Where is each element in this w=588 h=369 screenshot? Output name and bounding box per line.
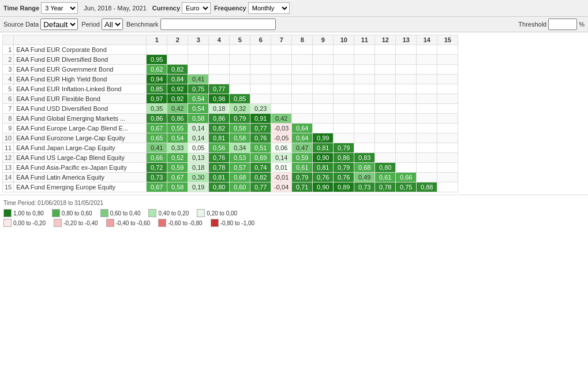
- fund-name: EAA Fund Europe Large-Cap Blend E...: [14, 124, 147, 133]
- toolbar-row1: Time Range 3 Year 1 Year 2 Year 5 Year 1…: [0, 0, 588, 17]
- correlation-cell: [417, 55, 437, 65]
- correlation-cell: [437, 173, 458, 182]
- source-data-select[interactable]: Default: [40, 18, 78, 30]
- correlation-cell: 0,52: [167, 153, 188, 163]
- correlation-cell: 0,58: [230, 133, 250, 143]
- legend-box-2: [52, 209, 60, 217]
- correlation-cell: 0,19: [188, 182, 209, 192]
- correlation-cell: 0,41: [147, 143, 167, 153]
- legend-item-8: -0,40 to -0,60: [106, 219, 150, 227]
- correlation-cell: [250, 84, 271, 94]
- legend-section: Time Period: 01/06/2018 to 31/05/2021 1,…: [0, 195, 588, 233]
- correlation-cell: 0,64: [292, 124, 313, 133]
- correlation-cell: 0,97: [147, 94, 167, 104]
- correlation-cell: [437, 45, 458, 55]
- correlation-cell: [375, 74, 396, 84]
- correlation-cell: [313, 45, 334, 55]
- correlation-cell: 0,77: [250, 124, 271, 133]
- correlation-cell: 0,54: [188, 94, 209, 104]
- correlation-cell: 0,41: [188, 74, 209, 84]
- correlation-cell: 0,75: [396, 182, 417, 192]
- correlation-cell: 0,64: [292, 133, 313, 143]
- correlation-cell: [188, 45, 209, 55]
- period-select[interactable]: All: [102, 18, 123, 30]
- correlation-cell: [417, 133, 437, 143]
- correlation-cell: 0,18: [188, 163, 209, 173]
- correlation-cell: 0,82: [209, 124, 230, 133]
- correlation-cell: 0,73: [354, 182, 375, 192]
- correlation-cell: -0,01: [271, 173, 292, 182]
- table-row: 10EAA Fund Eurozone Large-Cap Equity0,65…: [3, 133, 458, 143]
- col-header-5: 5: [230, 35, 250, 45]
- correlation-cell: 0,85: [230, 94, 250, 104]
- col-header-9: 9: [313, 35, 334, 45]
- correlation-cell: [292, 74, 313, 84]
- correlation-cell: [292, 94, 313, 104]
- legend-label-7: -0,20 to -0,40: [63, 220, 98, 226]
- benchmark-input[interactable]: [160, 18, 276, 30]
- col-header-1: 1: [147, 35, 167, 45]
- correlation-cell: 0,84: [167, 74, 188, 84]
- currency-select[interactable]: Euro USD GBP: [182, 2, 211, 14]
- row-number: 3: [3, 65, 14, 74]
- correlation-cell: [292, 104, 313, 114]
- correlation-cell: 0,62: [147, 65, 167, 74]
- correlation-cell: 0,30: [188, 173, 209, 182]
- correlation-cell: 0,54: [167, 133, 188, 143]
- frequency-select[interactable]: Monthly Daily Weekly Quarterly: [248, 2, 290, 14]
- row-number: 15: [3, 182, 14, 192]
- row-number: 14: [3, 173, 14, 182]
- row-number: 9: [3, 124, 14, 133]
- correlation-cell: 0,86: [167, 114, 188, 124]
- correlation-cell: [313, 94, 334, 104]
- correlation-cell: [167, 45, 188, 55]
- correlation-cell: [292, 84, 313, 94]
- correlation-cell: [271, 65, 292, 74]
- table-row: 12EAA Fund US Large-Cap Blend Equity0,66…: [3, 153, 458, 163]
- correlation-cell: [437, 143, 458, 153]
- correlation-cell: [417, 74, 437, 84]
- table-row: 3EAA Fund EUR Government Bond0,620,82: [3, 65, 458, 74]
- fund-name: EAA Fund USD Diversified Bond: [14, 104, 147, 114]
- frequency-group: Frequency Monthly Daily Weekly Quarterly: [214, 2, 290, 14]
- correlation-cell: 0,13: [188, 153, 209, 163]
- correlation-cell: 0,18: [209, 104, 230, 114]
- correlation-cell: 0,76: [313, 173, 334, 182]
- correlation-cell: 0,86: [334, 153, 354, 163]
- correlation-cell: [417, 45, 437, 55]
- correlation-cell: [313, 114, 334, 124]
- correlation-cell: [396, 143, 417, 153]
- row-number: 13: [3, 163, 14, 173]
- correlation-cell: [375, 65, 396, 74]
- correlation-cell: [209, 74, 230, 84]
- row-number: 12: [3, 153, 14, 163]
- table-header-row: 1 2 3 4 5 6 7 8 9 10 11 12 13 14 15: [3, 35, 458, 45]
- correlation-cell: [313, 65, 334, 74]
- benchmark-group: Benchmark: [126, 18, 276, 30]
- correlation-cell: [354, 94, 375, 104]
- correlation-cell: [209, 45, 230, 55]
- threshold-input[interactable]: 0,00: [548, 18, 577, 30]
- correlation-cell: 0,91: [250, 114, 271, 124]
- correlation-cell: 0,47: [292, 143, 313, 153]
- correlation-cell: 0,82: [250, 173, 271, 182]
- legend-item-9: -0,60 to -0,80: [158, 219, 202, 227]
- correlation-cell: [396, 84, 417, 94]
- row-number: 11: [3, 143, 14, 153]
- correlation-cell: [334, 124, 354, 133]
- correlation-cell: -0,04: [271, 182, 292, 192]
- legend-item-4: 0,40 to 0,20: [148, 209, 189, 217]
- correlation-cell: 0,76: [209, 153, 230, 163]
- correlation-cell: 0,68: [230, 173, 250, 182]
- row-number: 7: [3, 104, 14, 114]
- time-range-label: Time Range: [3, 5, 39, 12]
- correlation-cell: 0,81: [313, 163, 334, 173]
- col-header-empty1: [3, 35, 14, 45]
- correlation-cell: 0,76: [334, 173, 354, 182]
- correlation-cell: [396, 153, 417, 163]
- time-range-select[interactable]: 3 Year 1 Year 2 Year 5 Year 10 Year: [41, 2, 78, 14]
- currency-group: Currency Euro USD GBP: [152, 2, 211, 14]
- correlation-cell: 0,78: [209, 163, 230, 173]
- legend-row1: 1,00 to 0,80 0,80 to 0,60 0,60 to 0,40 0…: [3, 209, 585, 217]
- correlation-cell: [396, 55, 417, 65]
